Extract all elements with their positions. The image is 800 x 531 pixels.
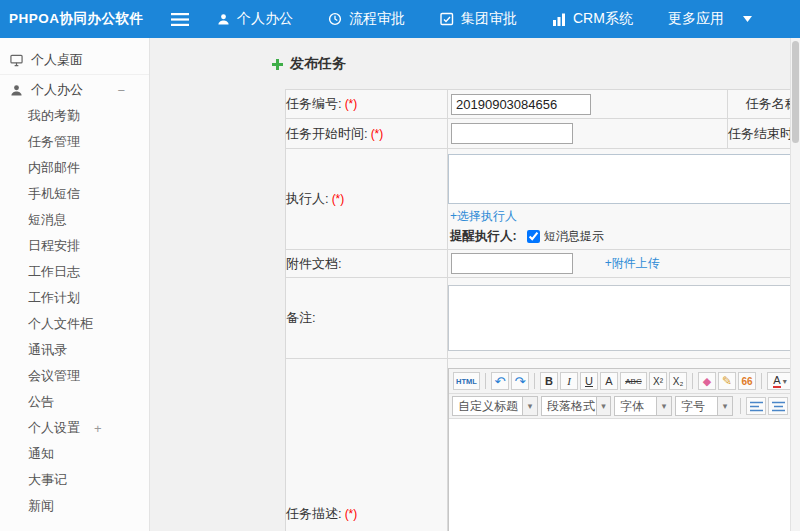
sidebar-item-personal-desktop[interactable]: 个人桌面 [0, 46, 149, 75]
sms-remind-option-label: 短消息提示 [544, 228, 604, 245]
sidebar: 个人桌面 个人办公 − 我的考勤 任务管理 内部邮件 手机短信 短消息 日程安排… [0, 38, 150, 531]
remark-label: 备注: [286, 278, 448, 359]
task-number-input[interactable] [451, 94, 591, 115]
required-mark: (*) [332, 192, 345, 206]
redo-button[interactable]: ↷ [511, 372, 529, 390]
align-left-icon [750, 401, 763, 412]
align-center-button[interactable] [768, 397, 788, 415]
sidebar-item-label: 大事记 [28, 471, 67, 489]
bold-button[interactable]: B [540, 372, 558, 390]
sidebar-item-schedule[interactable]: 日程安排 [0, 233, 149, 259]
sidebar-item-work-plan[interactable]: 工作计划 [0, 285, 149, 311]
phpoa-app: PHPOA协同办公软件 个人办公 流程审批 集团审批 CRM系统 更多应用 [0, 0, 800, 531]
vertical-scrollbar[interactable] [790, 38, 800, 531]
form-wrapper: 任务编号:(*) 任务名称:(*) 任务开始时间:(*) [285, 89, 790, 531]
start-time-input[interactable] [451, 123, 573, 144]
font-size-select[interactable]: 字号 ▾ [675, 396, 733, 416]
hamburger-icon [171, 13, 189, 26]
sidebar-item-personal-office[interactable]: 个人办公 − [0, 77, 149, 103]
nav-label: 更多应用 [668, 10, 724, 28]
sidebar-item-label: 公告 [28, 393, 54, 411]
eraser-icon[interactable]: ◆ [698, 372, 716, 390]
editor-toolbar-row1: HTML ↶ ↷ B I U A ABC X² [449, 369, 790, 394]
font-color-glyph: A [773, 374, 780, 388]
sidebar-item-label: 我的考勤 [28, 107, 80, 125]
remark-textarea[interactable] [448, 285, 790, 351]
sidebar-item-label: 会议管理 [28, 367, 80, 385]
sidebar-item-big-events[interactable]: 大事记 [0, 467, 149, 493]
attachment-label: 附件文档: [286, 250, 448, 278]
required-mark: (*) [345, 507, 358, 521]
task-description-label: 任务描述:(*) [286, 359, 448, 531]
sidebar-item-contacts[interactable]: 通讯录 [0, 337, 149, 363]
expand-toggle[interactable]: + [94, 421, 102, 436]
task-name-label: 任务名称:(*) [728, 90, 791, 119]
nav-item-crm-system[interactable]: CRM系统 [552, 10, 633, 28]
sidebar-item-label: 手机短信 [28, 185, 80, 203]
sidebar-item-label: 个人设置 [28, 419, 80, 437]
align-left-button[interactable] [746, 397, 766, 415]
remind-executor-row: 提醒执行人: 短消息提示 [450, 228, 790, 245]
sidebar-item-personal-settings[interactable]: 个人设置 + [0, 415, 149, 441]
sms-remind-checkbox[interactable] [527, 230, 540, 243]
nav-item-group-approval[interactable]: 集团审批 [440, 10, 517, 28]
nav-item-personal-office[interactable]: 个人办公 [217, 10, 293, 28]
caret-down-icon [743, 16, 752, 22]
toolbar-separator [692, 373, 693, 389]
strikethrough-button[interactable]: ABC [620, 372, 647, 390]
sidebar-item-internal-mail[interactable]: 内部邮件 [0, 155, 149, 181]
sidebar-item-task-management[interactable]: 任务管理 [0, 129, 149, 155]
page-title: 发布任务 [272, 55, 790, 73]
font-color-button[interactable]: A ▾ [767, 372, 790, 390]
sidebar-item-label: 通知 [28, 445, 54, 463]
sidebar-item-label: 个人桌面 [31, 51, 83, 69]
italic-button[interactable]: I [560, 372, 578, 390]
sidebar-item-announcement[interactable]: 公告 [0, 389, 149, 415]
sidebar-item-mobile-sms[interactable]: 手机短信 [0, 181, 149, 207]
subscript-button[interactable]: X₂ [669, 372, 687, 390]
scrollbar-thumb[interactable] [792, 41, 799, 143]
sidebar-item-meeting-management[interactable]: 会议管理 [0, 363, 149, 389]
sidebar-item-work-log[interactable]: 工作日志 [0, 259, 149, 285]
menu-toggle-button[interactable] [171, 13, 189, 26]
undo-button[interactable]: ↶ [491, 372, 509, 390]
toolbar-separator [485, 373, 486, 389]
nav-item-workflow-approval[interactable]: 流程审批 [328, 10, 405, 28]
user-icon [10, 84, 23, 97]
paragraph-format-select[interactable]: 段落格式 ▾ [541, 396, 611, 416]
publish-task-form: 任务编号:(*) 任务名称:(*) 任务开始时间:(*) [285, 89, 790, 531]
sidebar-item-label: 新闻 [28, 497, 54, 515]
attachment-input[interactable] [451, 253, 573, 274]
font-family-select[interactable]: 字体 ▾ [614, 396, 672, 416]
sidebar-item-short-message[interactable]: 短消息 [0, 207, 149, 233]
format-painter-icon[interactable]: ✎ [718, 372, 736, 390]
sidebar-item-personal-file-cabinet[interactable]: 个人文件柜 [0, 311, 149, 337]
top-bar: PHPOA协同办公软件 个人办公 流程审批 集团审批 CRM系统 更多应用 [0, 0, 800, 38]
attachment-upload-link[interactable]: +附件上传 [605, 256, 660, 270]
align-center-icon [772, 401, 785, 412]
sidebar-item-notice[interactable]: 通知 [0, 441, 149, 467]
collapse-toggle[interactable]: − [117, 83, 125, 98]
sidebar-item-label: 任务管理 [28, 133, 80, 151]
sidebar-item-label: 工作计划 [28, 289, 80, 307]
custom-title-select[interactable]: 自定义标题 ▾ [452, 396, 538, 416]
sidebar-item-news[interactable]: 新闻 [0, 493, 149, 519]
nav-label: 个人办公 [237, 10, 293, 28]
sidebar-item-label: 通讯录 [28, 341, 67, 359]
blockquote-button[interactable]: 66 [738, 372, 756, 390]
font-button[interactable]: A [600, 372, 618, 390]
sidebar-item-my-attendance[interactable]: 我的考勤 [0, 103, 149, 129]
html-source-button[interactable]: HTML [453, 372, 480, 390]
desktop-icon [10, 54, 23, 67]
sidebar-item-label: 工作日志 [28, 263, 80, 281]
select-executor-link[interactable]: +选择执行人 [450, 208, 517, 225]
required-mark: (*) [345, 97, 358, 111]
superscript-button[interactable]: X² [649, 372, 667, 390]
nav-item-more-apps[interactable]: 更多应用 [668, 10, 752, 28]
editor-content-area[interactable] [449, 419, 790, 531]
executor-textarea[interactable] [448, 154, 790, 204]
underline-button[interactable]: U [580, 372, 598, 390]
nav-label: CRM系统 [573, 10, 633, 28]
task-number-label: 任务编号:(*) [286, 90, 448, 119]
toolbar-separator [740, 398, 741, 414]
